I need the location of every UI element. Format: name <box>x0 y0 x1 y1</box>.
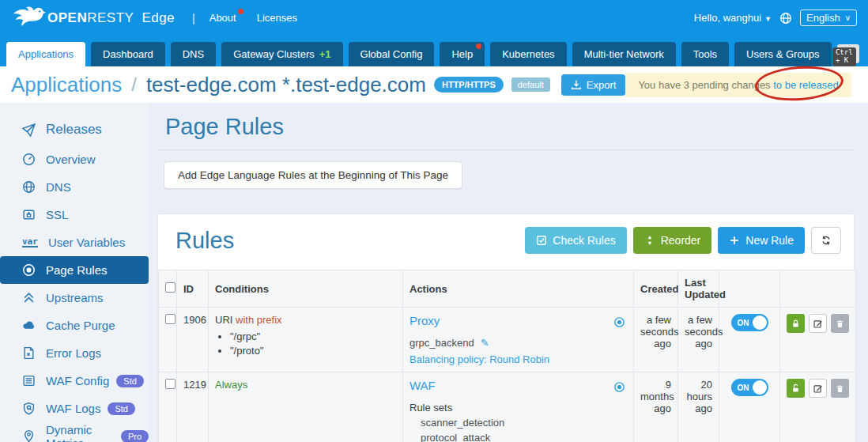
rule-sets-label: Rule sets <box>409 402 627 414</box>
shield-icon <box>22 402 36 415</box>
tab-kubernetes[interactable]: Kubernetes <box>490 42 567 66</box>
notification-dot-icon <box>476 43 481 49</box>
rule-set-item: protocol_attack <box>421 432 627 442</box>
tab-dashboard[interactable]: Dashboard <box>91 42 165 66</box>
pin-icon <box>22 429 36 442</box>
new-rule-button[interactable]: New Rule <box>718 227 805 254</box>
sidebar: Releases Overview DNS SSL var User Varia… <box>0 103 149 442</box>
sidebar-item-ssl[interactable]: SSL <box>0 201 149 229</box>
sidebar-item-dynamic-metrics[interactable]: Dynamic Metrics Pro <box>0 422 149 442</box>
column-header-row-actions <box>780 270 856 308</box>
chevrons-up-icon <box>22 291 36 304</box>
global-search: Ctrl + K <box>837 44 859 63</box>
action-proxy-link[interactable]: Proxy <box>409 314 440 327</box>
rules-table: ID Conditions Actions Created Last Updat… <box>158 270 856 442</box>
lock-rule-button[interactable] <box>787 314 805 333</box>
action-waf-link[interactable]: WAF <box>409 379 436 392</box>
sidebar-item-waf-config[interactable]: WAF Config Std <box>0 367 149 395</box>
column-header-last-updated: Last Updated <box>678 270 719 308</box>
reorder-button[interactable]: Reorder <box>633 227 712 254</box>
licenses-link[interactable]: Licenses <box>257 12 297 24</box>
up-down-arrows-icon <box>644 235 655 246</box>
column-header-actions: Actions <box>403 270 634 308</box>
brand-title: OPENRESTYEdge <box>47 10 175 26</box>
column-header-created: Created <box>634 270 678 308</box>
to-be-released-link[interactable]: to be released <box>773 79 838 91</box>
export-button[interactable]: Export <box>561 74 626 96</box>
tab-users-groups[interactable]: Users & Groups <box>734 42 831 66</box>
sidebar-item-cache-purge[interactable]: Cache Purge <box>0 312 149 339</box>
sidebar-item-releases[interactable]: Releases <box>0 114 149 145</box>
edit-rule-button[interactable] <box>809 314 827 333</box>
breadcrumb-current-app: test-edge.com *.test-edge.com <box>146 73 426 97</box>
trash-icon <box>835 319 845 329</box>
edit-rule-button[interactable] <box>809 379 827 398</box>
tab-tools[interactable]: Tools <box>681 42 729 66</box>
add-edge-language-rules-button[interactable]: Add Edge Language Rules at the Beginning… <box>164 161 462 189</box>
chevron-down-icon: ▼ <box>764 15 772 23</box>
created-cell: a few seconds ago <box>634 308 678 372</box>
sidebar-item-overview[interactable]: Overview <box>0 145 149 173</box>
tab-gateway-clusters[interactable]: Gateway Clusters+1 <box>221 42 342 66</box>
row-checkbox[interactable] <box>165 314 175 324</box>
delete-rule-button[interactable] <box>831 314 849 333</box>
edit-pencil-icon <box>813 383 823 394</box>
edit-upstream-icon[interactable]: ✎ <box>481 337 489 349</box>
table-row: 1219 Always WAF Rule sets scanner_detect… <box>159 372 856 442</box>
select-all-checkbox[interactable] <box>165 282 175 293</box>
header-divider: | <box>192 12 195 25</box>
main-nav: Applications Dashboard DNS Gateway Clust… <box>0 36 868 66</box>
tab-help[interactable]: Help <box>440 42 485 66</box>
refresh-button[interactable] <box>811 227 841 254</box>
condition-value: "/grpc" <box>230 331 396 342</box>
column-header-conditions: Conditions <box>209 270 403 308</box>
edit-pencil-icon <box>813 319 823 329</box>
delete-rule-button[interactable] <box>831 379 849 398</box>
cloud-icon <box>22 319 36 332</box>
refresh-icon <box>821 235 832 246</box>
toggle-knob <box>753 315 767 330</box>
lock-open-icon <box>791 383 801 394</box>
sidebar-item-upstreams[interactable]: Upstreams <box>0 284 149 312</box>
unlock-rule-button[interactable] <box>787 379 805 398</box>
std-badge: Std <box>108 402 135 415</box>
notification-dot-icon <box>238 9 243 14</box>
tab-multi-tier-network[interactable]: Multi-tier Network <box>572 42 676 66</box>
rule-actions: WAF Rule sets scanner_detection protocol… <box>403 372 634 442</box>
chevron-down-icon: ∨ <box>845 13 851 22</box>
language-globe-icon <box>779 12 792 25</box>
paper-plane-icon <box>22 123 36 137</box>
check-rules-button[interactable]: Check Rules <box>525 227 626 254</box>
rule-id: 1219 <box>177 372 209 442</box>
updated-cell: 20 hours ago <box>678 372 719 442</box>
title-divider <box>157 149 855 150</box>
locate-target-icon[interactable] <box>613 381 625 393</box>
rule-enabled-toggle[interactable]: ON <box>731 314 768 331</box>
sidebar-item-waf-logs[interactable]: WAF Logs Std <box>0 395 149 422</box>
about-link[interactable]: About <box>209 12 236 24</box>
sidebar-item-user-variables[interactable]: var User Variables <box>0 229 149 256</box>
openresty-edge-app: OPENRESTYEdge | About Licenses Hello, wa… <box>0 0 868 442</box>
balancing-policy-link[interactable]: Balancing policy: Round Robin <box>409 353 627 365</box>
table-header-row: ID Conditions Actions Created Last Updat… <box>159 270 856 308</box>
target-icon <box>22 263 36 277</box>
created-cell: 9 months ago <box>634 372 678 442</box>
trash-icon <box>835 383 845 394</box>
rule-enabled-toggle[interactable]: ON <box>731 379 768 396</box>
user-greeting-menu[interactable]: Hello, wanghui▼ <box>694 12 772 24</box>
locate-target-icon[interactable] <box>613 316 625 328</box>
std-badge: Std <box>116 375 144 387</box>
sidebar-item-error-logs[interactable]: Error Logs <box>0 339 149 367</box>
page-title: Page Rules <box>165 114 855 140</box>
row-checkbox[interactable] <box>165 379 175 389</box>
sidebar-item-page-rules[interactable]: Page Rules <box>0 256 149 284</box>
tab-global-config[interactable]: Global Config <box>349 42 435 66</box>
sidebar-item-dns[interactable]: DNS <box>0 173 149 201</box>
main-content: Page Rules Add Edge Language Rules at th… <box>149 103 868 442</box>
breadcrumb-applications-link[interactable]: Applications <box>11 73 122 97</box>
tab-applications[interactable]: Applications <box>6 42 85 66</box>
gauge-icon <box>22 153 36 166</box>
default-badge: default <box>511 77 550 92</box>
language-select[interactable]: English∨ <box>800 9 857 26</box>
tab-dns[interactable]: DNS <box>171 42 216 66</box>
